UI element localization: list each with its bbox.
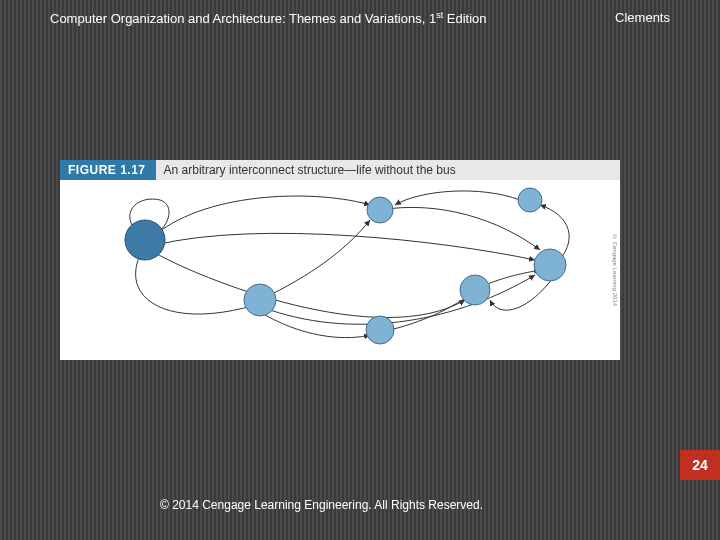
figure-header: FIGURE 1.17 An arbitrary interconnect st…: [60, 160, 620, 180]
figure-caption: An arbitrary interconnect structure—life…: [156, 160, 620, 180]
copyright-text: © 2014 Cengage Learning Engineering. All…: [160, 498, 483, 512]
node-3: [367, 197, 393, 223]
interconnect-diagram: [60, 180, 620, 360]
node-5: [460, 275, 490, 305]
page-number: 24: [680, 450, 720, 480]
node-2: [244, 284, 276, 316]
slide-inner: Computer Organization and Architecture: …: [40, 10, 680, 530]
author-name: Clements: [585, 10, 670, 26]
node-1: [125, 220, 165, 260]
figure-body: © Cengage Learning 2014: [60, 180, 620, 360]
figure-label: FIGURE 1.17: [60, 160, 156, 180]
slide: Computer Organization and Architecture: …: [0, 0, 720, 540]
slide-header: Computer Organization and Architecture: …: [40, 10, 680, 26]
book-title: Computer Organization and Architecture: …: [50, 10, 487, 26]
title-main: Computer Organization and Architecture: …: [50, 11, 436, 26]
title-suffix: Edition: [443, 11, 486, 26]
node-4: [366, 316, 394, 344]
node-7: [534, 249, 566, 281]
figure-credit: © Cengage Learning 2014: [610, 182, 618, 358]
node-6: [518, 188, 542, 212]
figure: FIGURE 1.17 An arbitrary interconnect st…: [60, 160, 620, 360]
